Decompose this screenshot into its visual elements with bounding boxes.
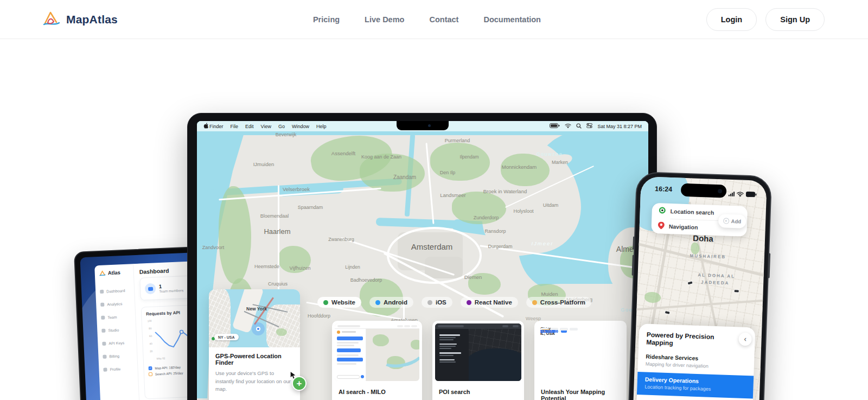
menubar-menu-item[interactable]: View (261, 124, 271, 129)
platform-dot-icon (323, 300, 328, 305)
sidebar-item-icon (101, 328, 105, 332)
sidebar-item[interactable]: API Keys (102, 335, 132, 350)
sidebar-item[interactable]: Dashboard (100, 284, 130, 298)
map-place-label: Landsmeer (440, 192, 466, 198)
nav-link[interactable]: Pricing (313, 15, 340, 24)
map-place-label: Purmerland (445, 138, 470, 143)
menubar-menu-item[interactable]: Go (278, 124, 285, 129)
menubar-status-icons: Sat May 31 8:27 PM (550, 123, 642, 130)
nav-link[interactable]: Contact (429, 15, 458, 24)
map-place-label: Haarlem (264, 227, 290, 236)
sidebar-item-label: Team (107, 315, 117, 319)
platform-dot-icon (427, 300, 432, 305)
control-center-icon[interactable] (586, 123, 592, 129)
chevron-left-icon[interactable]: ‹ (738, 333, 752, 346)
menubar-menu-item[interactable]: Edit (245, 124, 254, 129)
map-place-label: Velserbroek (283, 186, 310, 192)
ai-search-card[interactable]: AI search - MILO (332, 321, 422, 400)
y-tick: 100 (148, 320, 152, 322)
current-location-dot (256, 327, 260, 331)
apple-menu-icon[interactable] (203, 123, 208, 130)
menubar-menu-item[interactable]: Finder (209, 124, 224, 129)
sidebar-item-icon (101, 315, 105, 319)
map-place-label: Zunderdorp (474, 215, 499, 220)
login-button[interactable]: Login (706, 8, 757, 31)
platform-dot-icon (467, 300, 471, 305)
menubar-menu-item[interactable]: Window (292, 124, 309, 129)
map-place-label: IJmuiden (253, 161, 275, 167)
legend-label: Map API: 182/day (155, 365, 181, 370)
sidebar-item-label: API Keys (108, 341, 124, 345)
menubar-menu-item[interactable]: File (231, 124, 239, 129)
signup-button[interactable]: Sign Up (765, 8, 825, 31)
poi-search-card[interactable]: POI search (432, 321, 524, 400)
platform-badge-label: React Native (475, 299, 512, 306)
map-place-label: IJmeer (531, 240, 553, 246)
location-search-card: Location search Navigation + Add (651, 203, 748, 237)
sidebar-item[interactable]: Billing (103, 348, 133, 363)
phone-device: 16:24 Location search Navigation (628, 172, 772, 400)
status-bar-icons (729, 189, 757, 200)
map-place-label: Spaarndam (298, 205, 323, 210)
map-place-label: Broek in Waterland (483, 188, 527, 194)
map-place-label: Badhoevedorp (350, 277, 382, 283)
battery-icon[interactable] (550, 123, 560, 129)
legend-checkbox-map-api[interactable] (148, 366, 152, 370)
platform-dot-icon (532, 300, 537, 305)
listing-price: $1,500,000 (540, 329, 558, 333)
nav-link[interactable]: Live Demo (365, 15, 404, 24)
add-button[interactable]: + Add (718, 214, 746, 228)
wifi-icon[interactable] (565, 123, 571, 129)
add-location-button[interactable]: + (292, 376, 307, 391)
gps-card-description: Use your device's GPS to instantly find … (215, 370, 293, 393)
bottom-sheet[interactable]: Powered by Precision Mapping ‹ Rideshare… (635, 323, 756, 400)
map-place-label: Vijfhuizen (290, 265, 311, 271)
ai-search-card-title: AI search - MILO (332, 384, 422, 395)
platform-dot-icon (375, 300, 380, 305)
map-place-label: Holysloot (513, 208, 533, 214)
real-estate-card[interactable]: Chicago, IL, USA $550,000 $750,000 $1,12… (534, 321, 627, 400)
map-place-label: Durgerdam (488, 244, 512, 249)
brand[interactable]: MapAtlas (42, 10, 118, 29)
platform-badge: Website (317, 297, 361, 308)
map-place-label: Hoofddorp (308, 313, 330, 319)
sidebar-item[interactable]: Analytics (100, 297, 131, 311)
camera-dot (428, 124, 431, 127)
atlas-logo: Atlas (99, 269, 129, 276)
menubar-menu-item[interactable]: Help (316, 124, 327, 129)
nav-link[interactable]: Documentation (483, 15, 541, 24)
map-place-label: Heemstede (254, 264, 279, 269)
spotlight-search-icon[interactable] (576, 123, 582, 130)
map-place-label: Zandvoort (202, 245, 225, 250)
sidebar-item[interactable]: Profile (103, 361, 133, 376)
sheet-heading: Powered by Precision Mapping (646, 331, 739, 350)
location-target-icon (658, 206, 666, 215)
dynamic-island (681, 183, 727, 198)
header: MapAtlas Pricing Live Demo Contact Docum… (0, 0, 868, 39)
platform-badge-label: Website (331, 299, 355, 306)
menubar-menus: FinderFileEditViewGoWindowHelp (209, 124, 326, 129)
legend-checkbox-search-api[interactable] (149, 372, 152, 376)
dashboard-sidebar: Atlas Dashboard (94, 264, 141, 400)
platform-badge-label: Cross-Platform (540, 299, 585, 306)
atlas-logo-label: Atlas (108, 269, 121, 276)
sidebar-item[interactable]: Team (101, 310, 131, 324)
sidebar-item[interactable]: Studio (101, 323, 132, 337)
hero-devices: Atlas Dashboard (0, 39, 868, 400)
map-place-label: Amsterdam (411, 242, 453, 251)
map-place-label: Beverwijk (276, 132, 297, 137)
header-actions: Login Sign Up (706, 8, 825, 31)
menubar-clock[interactable]: Sat May 31 8:27 PM (597, 124, 642, 129)
gps-feature-card[interactable]: New York NY - USA GPS-Powered Location F… (209, 289, 300, 400)
sidebar-items: Dashboard Analytics Team (100, 284, 133, 376)
sidebar-item-label: Analytics (107, 302, 122, 306)
stat-label: Team members (159, 288, 183, 293)
rideshare-services-item[interactable]: Rideshare Services Mapping for driver na… (646, 353, 747, 370)
delivery-operations-item[interactable]: Delivery Operations Location tracking fo… (637, 372, 754, 398)
gps-card-title: GPS-Powered Location Finder (215, 353, 293, 366)
sidebar-item-icon (102, 341, 106, 345)
navigation-label: Navigation (669, 223, 698, 231)
legend-label: Search API: 25/day (155, 371, 183, 376)
team-members-icon (145, 283, 156, 294)
location-search-label: Location search (671, 208, 714, 216)
